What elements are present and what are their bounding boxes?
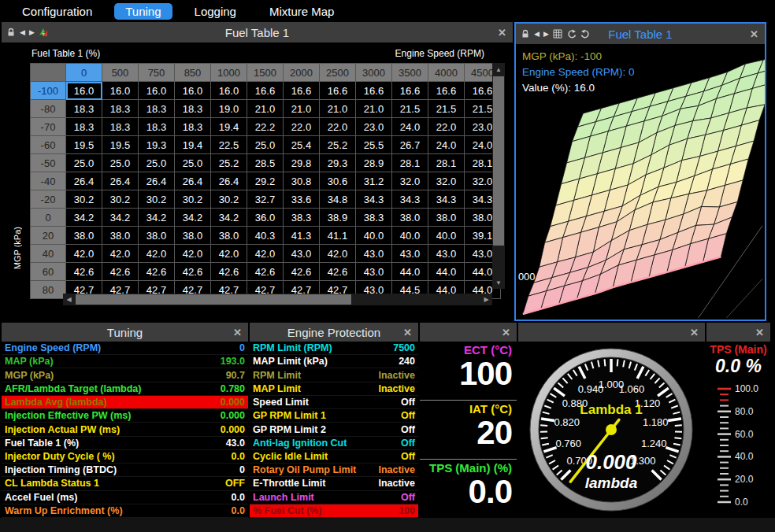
runtime-row[interactable]: MAP (kPa)193.0 bbox=[2, 355, 248, 368]
col-header-500[interactable]: 500 bbox=[102, 64, 139, 82]
col-header-3000[interactable]: 3000 bbox=[356, 64, 392, 82]
fuel-cell[interactable]: 28.9 bbox=[356, 154, 392, 172]
fuel-cell[interactable]: 38.3 bbox=[356, 209, 392, 227]
row-header-20[interactable]: 20 bbox=[31, 227, 66, 245]
fuel-cell[interactable]: 21.0 bbox=[356, 100, 392, 118]
scroll-down-icon[interactable]: ▼ bbox=[492, 276, 505, 289]
fuel-cell[interactable]: 42.6 bbox=[284, 263, 320, 281]
fuel-cell[interactable]: 42.6 bbox=[139, 263, 175, 281]
fuel-cell[interactable]: 28.5 bbox=[247, 154, 284, 172]
colormap-icon[interactable] bbox=[39, 28, 48, 37]
menu-item-mixture-map[interactable]: Mixture Map bbox=[258, 3, 346, 20]
rotate-ccw-icon[interactable] bbox=[566, 29, 577, 39]
fuel-cell[interactable]: 21.0 bbox=[284, 100, 320, 118]
scroll-up-icon[interactable]: ▲ bbox=[492, 63, 505, 76]
row-header--50[interactable]: -50 bbox=[31, 154, 66, 172]
lambda-panel-header[interactable]: ✕ bbox=[518, 323, 705, 342]
tuning-panel-header[interactable]: Tuning ✕ bbox=[2, 323, 248, 342]
runtime-row[interactable]: Engine Speed (RPM)0 bbox=[2, 342, 248, 355]
engine-protection-header[interactable]: Engine Protection ✕ bbox=[250, 323, 418, 342]
runtime-row[interactable]: MGP (kPa)90.7 bbox=[2, 368, 248, 382]
fuel-cell[interactable]: 26.4 bbox=[175, 172, 211, 190]
fuel-cell[interactable]: 34.3 bbox=[392, 190, 428, 209]
row-header-0[interactable]: 0 bbox=[31, 209, 66, 227]
col-header-850[interactable]: 850 bbox=[175, 64, 211, 82]
grid-view-icon[interactable] bbox=[553, 29, 562, 39]
tps-panel-resize-icon[interactable]: ✕ bbox=[755, 327, 764, 338]
fuel-cell[interactable]: 38.0 bbox=[175, 227, 211, 245]
menu-item-logging[interactable]: Logging bbox=[184, 3, 247, 20]
fuel-cell[interactable]: 25.5 bbox=[356, 136, 392, 154]
fuel-cell[interactable]: 32.0 bbox=[392, 172, 428, 190]
fuel-table-vertical-scrollbar[interactable]: ▲ ▼ bbox=[492, 63, 505, 289]
fuel-cell[interactable]: 40.0 bbox=[356, 227, 392, 245]
fuel-cell[interactable]: 28.1 bbox=[428, 154, 465, 172]
fuel-cell[interactable]: 21.5 bbox=[428, 100, 465, 118]
fuel-cell[interactable]: 42.0 bbox=[320, 245, 356, 263]
col-header-4000[interactable]: 4000 bbox=[428, 64, 465, 82]
next-table-icon[interactable]: ▶ bbox=[29, 28, 35, 36]
runtime-row[interactable]: Anti-lag Ignition CutOff bbox=[250, 437, 418, 450]
menu-item-configuration[interactable]: Configuration bbox=[11, 3, 103, 20]
fuel-cell[interactable]: 34.8 bbox=[320, 190, 356, 209]
fuel-cell[interactable]: 38.0 bbox=[392, 209, 428, 227]
runtime-row[interactable]: Injection Timing (BTDC)0 bbox=[2, 464, 248, 477]
fuel-cell[interactable]: 38.0 bbox=[428, 209, 465, 227]
runtime-row[interactable]: Warm Up Enrichment (%)0.0 bbox=[2, 504, 248, 518]
fuel-cell[interactable]: 21.5 bbox=[392, 100, 428, 118]
digital-gauge[interactable]: ECT (°C)100 bbox=[420, 342, 517, 400]
fuel-cell[interactable]: 38.0 bbox=[102, 227, 139, 245]
lock-icon[interactable] bbox=[6, 28, 16, 37]
fuel-cell[interactable]: 25.0 bbox=[139, 154, 175, 172]
rotate-cw-icon[interactable] bbox=[580, 29, 591, 39]
runtime-row[interactable]: AFR/Lambda Target (lambda)0.780 bbox=[2, 382, 248, 396]
fuel-cell[interactable]: 24.0 bbox=[392, 118, 428, 136]
prev-table-icon[interactable]: ◀ bbox=[534, 30, 540, 38]
fuel-cell[interactable]: 44.0 bbox=[392, 263, 428, 281]
fuel-cell[interactable]: 40.3 bbox=[247, 227, 284, 245]
fuel-cell[interactable]: 18.3 bbox=[66, 118, 102, 136]
row-header-60[interactable]: 60 bbox=[31, 263, 66, 281]
runtime-row[interactable]: % Fuel Cut (%)100 bbox=[250, 504, 418, 518]
row-header--20[interactable]: -20 bbox=[31, 190, 66, 209]
fuel-cell[interactable]: 43.0 bbox=[428, 245, 465, 263]
runtime-row[interactable]: E-Throttle LimitInactive bbox=[250, 477, 418, 490]
fuel-cell[interactable]: 25.0 bbox=[102, 154, 139, 172]
fuel-cell[interactable]: 34.2 bbox=[66, 209, 102, 227]
fuel-cell[interactable]: 33.6 bbox=[284, 190, 320, 209]
row-header--100[interactable]: -100 bbox=[31, 82, 66, 100]
surface-panel-resize-icon[interactable]: ✕ bbox=[750, 29, 758, 39]
col-header-0[interactable]: 0 bbox=[66, 64, 102, 82]
fuel-table-horizontal-scrollbar[interactable]: ◀ ▶ bbox=[63, 294, 492, 305]
prev-table-icon[interactable]: ◀ bbox=[20, 28, 25, 36]
fuel-table-panel-header[interactable]: ◀ ▶ Fuel Table 1 ✕ bbox=[2, 22, 513, 42]
fuel-cell[interactable]: 16.0 bbox=[211, 82, 247, 100]
fuel-cell[interactable]: 42.6 bbox=[102, 263, 139, 281]
tuning-panel-resize-icon[interactable]: ✕ bbox=[233, 327, 242, 338]
scroll-left-icon[interactable]: ◀ bbox=[63, 294, 75, 305]
fuel-cell[interactable]: 22.5 bbox=[211, 136, 247, 154]
fuel-cell[interactable]: 43.0 bbox=[356, 245, 392, 263]
fuel-cell[interactable]: 25.0 bbox=[247, 136, 284, 154]
fuel-cell[interactable]: 22.0 bbox=[284, 118, 320, 136]
fuel-cell[interactable]: 42.6 bbox=[211, 263, 247, 281]
runtime-row[interactable]: Fuel Table 1 (%)43.0 bbox=[2, 437, 248, 450]
digital-gauge[interactable]: IAT (°C)20 bbox=[420, 400, 517, 459]
fuel-cell[interactable]: 43.0 bbox=[392, 245, 428, 263]
digital-gauge[interactable]: TPS (Main) (%)0.0 bbox=[420, 459, 517, 518]
fuel-cell[interactable]: 19.0 bbox=[211, 100, 247, 118]
fuel-cell[interactable]: 25.2 bbox=[320, 136, 356, 154]
col-header-3500[interactable]: 3500 bbox=[392, 64, 428, 82]
fuel-cell[interactable]: 24.0 bbox=[428, 136, 465, 154]
runtime-row[interactable]: RPM LimitInactive bbox=[250, 368, 418, 382]
fuel-cell[interactable]: 34.3 bbox=[356, 190, 392, 209]
vertical-scroll-thumb[interactable] bbox=[493, 76, 504, 246]
fuel-cell[interactable]: 19.5 bbox=[102, 136, 139, 154]
scroll-right-icon[interactable]: ▶ bbox=[480, 294, 492, 305]
fuel-cell[interactable]: 42.0 bbox=[102, 245, 139, 263]
runtime-row[interactable]: Speed LimitOff bbox=[250, 396, 418, 409]
col-header-1000[interactable]: 1000 bbox=[211, 64, 247, 82]
col-header-1500[interactable]: 1500 bbox=[247, 64, 284, 82]
fuel-cell[interactable]: 30.2 bbox=[139, 190, 175, 209]
runtime-row[interactable]: GP RPM Limit 1Off bbox=[250, 409, 418, 423]
